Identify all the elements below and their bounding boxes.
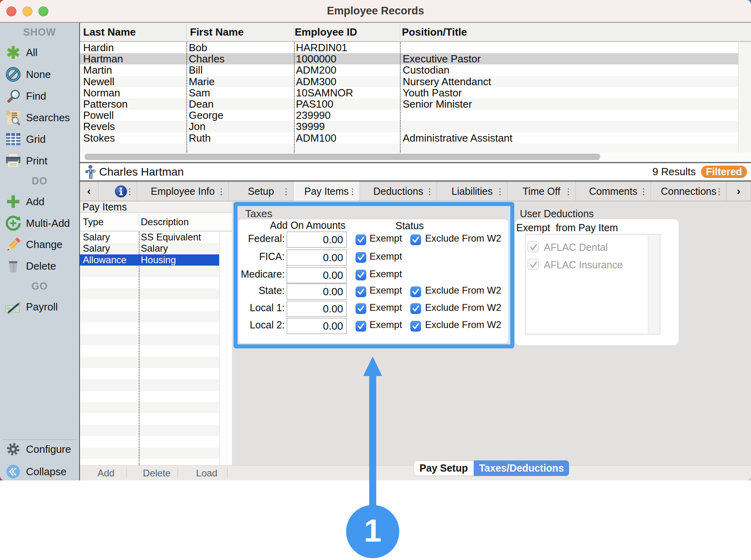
- svg-text:1: 1: [364, 513, 382, 548]
